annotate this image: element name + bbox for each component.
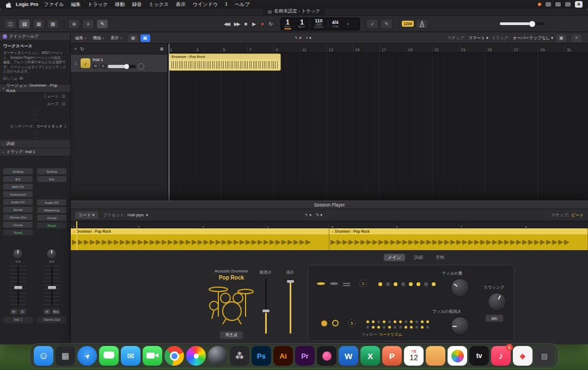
channel-strip-slot[interactable]: Audio FX <box>37 199 66 205</box>
channel-strip-slot[interactable]: Read <box>3 229 33 235</box>
dock-icon-calendar[interactable]: 7月 12 <box>404 346 424 366</box>
menu-item[interactable]: ミックス <box>149 1 169 8</box>
track-pan-knob[interactable] <box>138 63 144 70</box>
dock-icon-chrome[interactable] <box>164 346 184 366</box>
menu-app-name[interactable]: Logic Pro <box>16 2 39 7</box>
region-inspector-header[interactable]: ▾ リージョン: Drummer - Pop Rock <box>0 84 70 93</box>
inspector-toggle-button[interactable]: ▤ <box>19 19 30 29</box>
channel-strip-slot[interactable]: EQ <box>3 176 33 182</box>
command-tool-menu[interactable]: +▾ <box>306 35 311 40</box>
track-header-inst1[interactable]: 1 ♪ Inst 1 M S <box>71 54 167 72</box>
intensity-track[interactable] <box>290 279 291 333</box>
pattern-dot[interactable] <box>377 326 380 329</box>
channel-strip-slot[interactable]: Instrument <box>3 191 33 197</box>
channel-strip-slot[interactable]: Setting <box>3 168 33 174</box>
dock-icon-word[interactable]: W <box>339 346 358 366</box>
volume-fader[interactable] <box>10 266 26 305</box>
play-button[interactable]: ▶ <box>252 21 256 27</box>
channel-strip-slot[interactable]: MIDI FX <box>3 184 33 190</box>
quick-help-more[interactable]: 詳しくは: ⌘/ <box>3 76 67 81</box>
ruler-label[interactable]: 25 <box>485 46 512 53</box>
pattern-dot[interactable] <box>410 326 413 329</box>
menu-item[interactable]: ウインドウ <box>193 1 218 8</box>
channel-strip-slot[interactable]: Read <box>37 222 66 228</box>
dock-icon-powerpoint[interactable]: P <box>382 346 402 366</box>
snap-menu[interactable]: スマート▾ <box>468 35 488 41</box>
ruler-label[interactable]: 1 <box>71 225 136 228</box>
volume-fader[interactable] <box>44 266 60 305</box>
view-menu[interactable]: 表示▾ <box>111 35 122 41</box>
bounce-button[interactable]: Bnc <box>52 309 60 314</box>
mute-button[interactable]: M <box>10 309 17 314</box>
pattern-dot[interactable] <box>416 282 420 286</box>
battery-icon[interactable] <box>546 2 551 7</box>
tab-main[interactable]: メイン <box>384 254 405 261</box>
dock-icon-finder[interactable]: ☺ <box>34 346 53 366</box>
mute-checkbox[interactable] <box>62 94 66 99</box>
lcd-beat-section[interactable]: 1 BEAT <box>295 18 309 30</box>
sp-drummer-region-a[interactable]: ♪Drummer - Pop Rock ▶▶▶▶▶▶▶▶▶▶▶▶▶▶▶▶▶▶▶▶… <box>71 228 329 250</box>
ruler-label[interactable]: 23 <box>459 46 486 53</box>
pattern-dot[interactable] <box>409 282 413 286</box>
channel-strip-slot[interactable]: Stereo Out <box>3 214 33 220</box>
drummer-region[interactable]: Drummer - Pop Rock <box>169 53 281 71</box>
ruler-label[interactable]: 9 <box>273 46 300 53</box>
edit-mode-button[interactable]: ✎ <box>381 19 393 29</box>
fill-complexity-knob[interactable] <box>451 317 469 335</box>
apple-logo-icon[interactable] <box>5 1 11 8</box>
pattern-dot[interactable] <box>405 326 407 329</box>
tab-details[interactable]: 詳細 <box>411 254 427 261</box>
menu-item[interactable]: 編集 <box>71 1 81 8</box>
catch-playhead-button[interactable]: ▣ <box>556 34 566 42</box>
ruler-label[interactable]: 3 <box>200 225 265 228</box>
master-volume-slider[interactable] <box>500 22 544 25</box>
sp-drummer-region-b[interactable]: ♪Drummer - Pop Rock ▶▶▶▶▶▶▶▶▶▶▶▶▶▶▶▶▶▶▶▶… <box>329 228 588 250</box>
toolbar-menu-button[interactable]: ≡ <box>82 19 94 29</box>
sp-snap-menu[interactable]: スナップ: ビート <box>551 213 584 218</box>
grid-view-button[interactable]: ▦ <box>128 34 138 42</box>
input-source-badge[interactable]: A <box>575 1 583 8</box>
ruler-label[interactable]: 5 <box>329 225 394 228</box>
follow-setting[interactable]: フォロー: コードリズム <box>330 332 433 337</box>
cymbal-pattern-badge[interactable]: 2 <box>359 280 367 287</box>
dock-icon-apple-tv[interactable]: tv <box>469 346 489 366</box>
preset-menu[interactable]: プリセット: Half-pipe ▾ <box>103 213 148 218</box>
dock-icon-messages[interactable] <box>99 346 119 366</box>
ruler-label[interactable]: 31 <box>565 46 588 53</box>
ruler-label[interactable]: 7 <box>458 225 523 228</box>
channel-strip-slot[interactable]: Sends <box>3 207 33 213</box>
task-list-button[interactable]: ✓ <box>366 19 378 29</box>
session-player-title[interactable]: Session Player <box>71 201 588 209</box>
pattern-dot[interactable] <box>432 282 436 286</box>
lcd-menu-section[interactable]: ▾ <box>342 18 353 30</box>
hi-hat-icon[interactable] <box>343 283 350 284</box>
ruler-label[interactable]: 21 <box>432 46 459 53</box>
menu-item[interactable]: 1 <box>225 1 228 8</box>
ruler-label[interactable]: 8 <box>523 225 587 228</box>
dock-icon-premiere[interactable]: Pr <box>295 346 315 366</box>
menu-item[interactable]: 録音 <box>132 1 142 8</box>
pattern-dot[interactable] <box>388 326 391 329</box>
ruler-label[interactable]: 27 <box>512 46 538 53</box>
lcd-tempo-section[interactable]: 110 KEEP TEMPO <box>310 18 328 30</box>
track-mute-button[interactable]: M <box>93 64 99 69</box>
ruler-label[interactable]: 4 <box>265 225 329 228</box>
add-track-button[interactable]: + <box>74 46 77 52</box>
intensity-slider[interactable]: 強さ <box>279 270 301 333</box>
dock-icon-misc-app[interactable]: ▤ <box>535 346 554 366</box>
pattern-dot[interactable] <box>415 326 418 329</box>
channel-strip-name[interactable]: Stereo Out <box>37 317 66 323</box>
channel-strip-slot[interactable]: Group <box>3 222 33 228</box>
quick-help-toggle-button[interactable]: ✎ <box>96 19 108 29</box>
tuner-button[interactable]: ⊕ <box>68 19 80 29</box>
percussion-pattern-badge[interactable]: 5 <box>348 319 356 327</box>
pattern-dot[interactable] <box>366 326 369 329</box>
ruler-label[interactable]: 1 <box>168 46 194 53</box>
pattern-dot[interactable] <box>386 282 390 286</box>
fill-amount-knob[interactable] <box>451 278 469 297</box>
pattern-dot[interactable] <box>378 282 382 286</box>
editors-toggle-button[interactable]: ▩ <box>47 19 59 29</box>
shaker-icon[interactable] <box>321 320 327 326</box>
track-name[interactable]: Inst 1 <box>93 57 165 62</box>
duplicate-track-button[interactable]: ↻ <box>80 46 84 52</box>
